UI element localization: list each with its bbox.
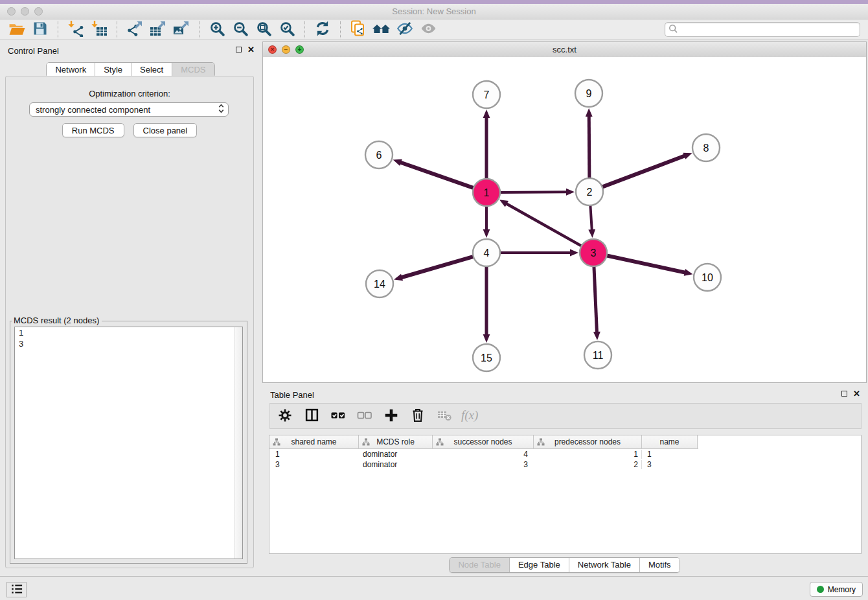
column-header-label: successor nodes <box>453 437 512 446</box>
column-header-predecessor-nodes[interactable]: predecessor nodes <box>534 435 642 448</box>
table-panel-close-button[interactable] <box>853 390 860 397</box>
table-row[interactable]: 3dominator323 <box>269 459 861 470</box>
search-input[interactable] <box>678 25 856 35</box>
table-toolbar: f(x) <box>269 403 862 429</box>
graph-node-1[interactable]: 1 <box>473 179 500 206</box>
graph-node-10[interactable]: 10 <box>694 264 721 291</box>
export-table-button[interactable] <box>146 21 170 39</box>
graph-node-6[interactable]: 6 <box>365 141 393 168</box>
table-panel-tab-edge-table[interactable]: Edge Table <box>509 558 569 572</box>
delete-column-button[interactable] <box>409 408 426 424</box>
window-titlebar: Session: New Session <box>0 4 868 19</box>
criterion-dropdown[interactable]: strongly connected component <box>29 102 229 117</box>
main-toolbar <box>0 19 868 40</box>
column-tree-icon <box>273 438 280 448</box>
search-field[interactable] <box>665 22 860 37</box>
export-network-button[interactable] <box>123 21 146 39</box>
save-session-button[interactable] <box>29 21 52 39</box>
control-panel-title: Control Panel <box>8 46 59 56</box>
zoom-in-button[interactable] <box>205 21 229 39</box>
close-panel-button[interactable]: Close panel <box>133 123 198 137</box>
mcds-result-group: MCDS result (2 nodes) 13 <box>10 321 247 564</box>
control-panel-tab-select[interactable]: Select <box>131 63 172 77</box>
zoom-selected-button[interactable] <box>275 21 299 39</box>
graph-node-3[interactable]: 3 <box>580 239 607 266</box>
task-history-button[interactable] <box>6 582 27 597</box>
memory-button[interactable]: Memory <box>810 582 863 597</box>
network-canvas[interactable]: 1234678910111415 <box>263 57 866 382</box>
control-panel-tab-style[interactable]: Style <box>95 63 131 77</box>
graph-node-11[interactable]: 11 <box>584 341 611 369</box>
hide-selected-button[interactable] <box>393 21 417 39</box>
svg-text:4: 4 <box>484 248 490 259</box>
edge-4-14[interactable] <box>401 256 475 277</box>
control-panel-float-button[interactable] <box>236 47 242 52</box>
table-cell: dominator <box>359 460 433 469</box>
import-table-icon <box>91 20 108 39</box>
graph-node-9[interactable]: 9 <box>575 80 602 107</box>
edge-2-8[interactable] <box>600 156 685 188</box>
edge-arrowhead <box>684 269 693 276</box>
table-panel-float-button[interactable] <box>841 391 847 397</box>
table-delete-icon <box>437 408 452 424</box>
mcds-result-item[interactable]: 1 <box>15 327 242 338</box>
show-columns-button[interactable] <box>303 408 320 424</box>
svg-text:15: 15 <box>481 352 492 363</box>
column-header-successor-nodes[interactable]: successor nodes <box>433 435 534 448</box>
edge-3-1[interactable] <box>506 203 584 247</box>
plus-icon <box>383 408 399 425</box>
svg-text:9: 9 <box>586 88 592 99</box>
column-header-name[interactable]: name <box>642 435 698 448</box>
control-panel-tab-mcds[interactable]: MCDS <box>172 63 214 77</box>
result-list-scrollbar[interactable] <box>234 327 242 559</box>
graph-node-8[interactable]: 8 <box>692 134 720 161</box>
control-panel-tab-network[interactable]: Network <box>47 63 95 77</box>
table-cell: 3 <box>269 460 359 469</box>
edge-1-2[interactable] <box>498 192 567 192</box>
table-row[interactable]: 1dominator411 <box>269 449 861 459</box>
graph-node-7[interactable]: 7 <box>473 81 500 108</box>
graph-node-4[interactable]: 4 <box>473 239 500 266</box>
toolbar-separator <box>199 21 200 38</box>
mcds-result-item[interactable]: 3 <box>15 338 242 349</box>
import-network-button[interactable] <box>64 21 87 39</box>
create-column-button[interactable] <box>383 408 400 424</box>
svg-text:7: 7 <box>484 89 490 100</box>
table-panel-tab-motifs[interactable]: Motifs <box>639 558 680 572</box>
graph-node-14[interactable]: 14 <box>366 270 393 297</box>
graph-node-15[interactable]: 15 <box>473 344 500 371</box>
import-table-button[interactable] <box>87 21 111 39</box>
svg-text:8: 8 <box>703 143 709 154</box>
select-all-columns-button[interactable] <box>330 408 347 424</box>
mcds-result-list[interactable]: 13 <box>14 327 243 559</box>
zoom-out-button[interactable] <box>229 21 252 39</box>
export-table-icon <box>150 20 166 39</box>
table-panel-tab-network-table[interactable]: Network Table <box>569 558 639 572</box>
edge-2-9[interactable] <box>589 115 589 180</box>
open-session-button[interactable] <box>5 21 29 39</box>
edge-3-11[interactable] <box>594 264 597 333</box>
network-frame-titlebar[interactable]: scc.txt <box>263 42 866 58</box>
graph-node-2[interactable]: 2 <box>576 178 603 205</box>
column-tree-icon <box>537 438 545 448</box>
table-settings-button[interactable] <box>277 408 293 424</box>
apply-layout-button[interactable] <box>311 21 334 39</box>
node-table: shared nameMCDS rolesuccessor nodesprede… <box>269 435 862 554</box>
column-header-mcds-role[interactable]: MCDS role <box>359 435 433 448</box>
edge-3-10[interactable] <box>605 255 686 273</box>
column-header-shared-name[interactable]: shared name <box>269 435 359 448</box>
table-panel-tab-node-table[interactable]: Node Table <box>450 558 509 572</box>
clone-network-button[interactable] <box>347 21 370 39</box>
first-neighbors-button[interactable] <box>370 21 393 39</box>
toolbar-separator <box>58 21 58 38</box>
zoom-fit-button[interactable] <box>252 21 275 39</box>
edge-1-6[interactable] <box>400 162 475 189</box>
table-cell: 1 <box>642 450 698 459</box>
memory-status-icon <box>817 586 824 593</box>
run-mcds-button[interactable]: Run MCDS <box>62 123 124 137</box>
control-panel-close-button[interactable] <box>247 46 255 53</box>
export-image-button[interactable] <box>170 21 193 39</box>
edge-2-3[interactable] <box>590 203 592 231</box>
edge-arrowhead <box>588 229 595 238</box>
deselect-all-columns-button[interactable] <box>356 408 373 424</box>
